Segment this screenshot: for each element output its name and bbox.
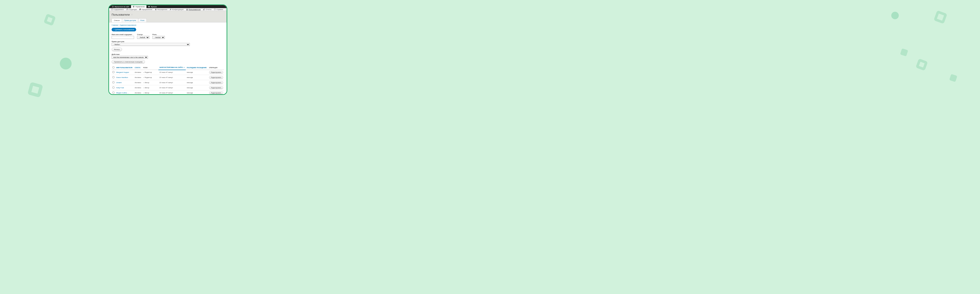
row-checkbox[interactable] [113,81,115,83]
action-select[interactable]: Add the Administrator role to the select… [111,56,148,59]
toggle-orientation[interactable] [226,8,227,11]
filter-name-input[interactable] [111,36,134,39]
star-icon [148,6,150,8]
content-icon [111,8,113,10]
edit-button[interactable]: Редактировать [209,76,223,79]
user-last-access: никогда [186,75,208,80]
user-last-access: никогда [186,91,208,95]
config-icon [170,8,172,10]
user-link[interactable]: Umami [116,82,121,84]
back-to-site-link[interactable]: Вернуться на сайт [110,5,131,8]
sort-desc-icon: ▼ [183,67,185,68]
user-registered: 23 часа 47 минут [158,70,186,75]
th-status[interactable]: СТАТУС [134,65,142,70]
users-table: ИМЯ ПОЛЬЗОВАТЕЛЯ СТАТУС РОЛИ ЗАРЕГИСТРИР… [111,65,224,95]
row-checkbox[interactable] [113,76,115,78]
action-label: Действие [111,53,224,55]
th-registered[interactable]: ЗАРЕГИСТРИРОВАН НА САЙТЕ▼ [158,65,186,70]
filter-status-select[interactable]: - Любой - [137,36,150,39]
svg-text:?: ? [215,9,215,10]
shortcuts-label: Ярлыки [151,6,157,8]
user-status: Активно [134,70,142,75]
nav-structure[interactable]: Структура [125,8,138,11]
edit-button[interactable]: Редактировать [209,71,223,74]
breadcrumb-home[interactable]: Главная [111,24,118,26]
table-row: Margaret HopperАктивноРедактор23 часа 47… [111,70,224,75]
filter-role-label: Роль [153,33,165,35]
nav-help[interactable]: ? Справка [213,8,224,11]
svg-rect-1 [111,9,113,10]
toggle-icon [227,8,227,10]
table-row: UmamiАктивноАвтор23 часа 47 минутникогда… [111,80,224,85]
edit-button[interactable]: Редактировать [209,86,223,89]
filter-role-select[interactable]: - Любой - [153,36,165,39]
nav-content[interactable]: Содержимое [110,8,125,11]
user-last-access: никогда [186,85,208,91]
svg-rect-5 [127,10,128,10]
nav-people[interactable]: Пользователи [185,8,202,11]
th-last-access[interactable]: ПОСЛЕДНЕЕ ПОСЕЩЕНИЕ [186,65,208,70]
extend-icon [155,8,156,10]
th-operations: ОПЕРАЦИИ [208,65,224,70]
user-registered: 23 часа 47 минут [158,91,186,95]
page-title: Пользователи ☆ [111,13,224,16]
content-area: Главная » Администрирование + Добавить п… [109,22,227,95]
toolbar-top: Вернуться на сайт Управление Ярлыки [109,5,227,8]
user-status: Активно [134,75,142,80]
edit-button[interactable]: Редактировать [209,81,223,84]
filter-name-label: Имя или email содержит [111,33,134,35]
manage-link[interactable]: Управление [131,5,146,8]
row-checkbox[interactable] [113,87,115,89]
user-last-access: никогда [186,80,208,85]
menu-icon [133,6,134,8]
tab-roles[interactable]: Роли [138,18,147,22]
tab-list[interactable]: Список [111,18,122,22]
row-checkbox[interactable] [113,71,115,73]
user-link[interactable]: Holly Foat [116,87,124,89]
manage-label: Управление [135,6,145,8]
help-icon: ? [214,8,216,10]
svg-rect-4 [126,10,127,10]
table-row: Holly FoatАктивноАвтор23 часа 47 минутни… [111,85,224,91]
apply-top-button[interactable]: Применить к отмеченным позициям [111,60,145,64]
back-label: Вернуться на сайт [115,6,129,8]
user-role: Автор [143,87,149,89]
user-status: Активно [134,80,142,85]
user-link[interactable]: Megan Collins … [116,92,129,94]
breadcrumb: Главная » Администрирование [111,24,224,26]
user-status: Активно [134,85,142,91]
svg-rect-3 [127,8,127,9]
svg-point-6 [187,9,187,10]
back-icon [112,6,114,8]
filter-status-label: Статус [137,33,150,35]
filter-permission-select[interactable]: - Любое - [111,43,190,46]
user-last-access: никогда [186,70,208,75]
user-link[interactable]: Margaret Hopper [116,72,129,73]
nav-extend[interactable]: Расширения [153,8,169,11]
filter-button[interactable]: Фильтр [111,48,122,51]
th-username[interactable]: ИМЯ ПОЛЬЗОВАТЕЛЯ [115,65,134,70]
tab-permissions[interactable]: Права доступа [122,18,138,22]
nav-reports[interactable]: Отчеты [202,8,213,11]
add-user-button[interactable]: + Добавить пользователя [111,28,136,32]
appearance-icon [139,8,141,10]
user-role: Редактор [143,72,152,73]
select-all-checkbox[interactable] [113,67,115,68]
nav-appearance[interactable]: Оформление [138,8,154,11]
row-checkbox[interactable] [113,92,115,94]
user-role: Автор [143,82,149,84]
user-registered: 23 часа 47 минут [158,85,186,91]
user-role: Редактор [143,76,152,78]
favorite-star-icon[interactable]: ☆ [131,13,133,16]
user-role: Автор [143,92,149,94]
nav-config[interactable]: Конфигурация [169,8,185,11]
breadcrumb-admin[interactable]: Администрирование [120,24,136,26]
tabs: Список Права доступа Роли [111,18,224,22]
filters-row: Имя или email содержит Статус - Любой - … [111,33,224,39]
th-roles: РОЛИ [142,65,159,70]
reports-icon [203,8,205,10]
shortcuts-link[interactable]: Ярлыки [146,5,158,8]
app-window: Вернуться на сайт Управление Ярлыки Соде… [108,5,227,95]
user-link[interactable]: Grace Hamilton [116,76,128,78]
edit-button[interactable]: Редактировать [209,91,223,94]
